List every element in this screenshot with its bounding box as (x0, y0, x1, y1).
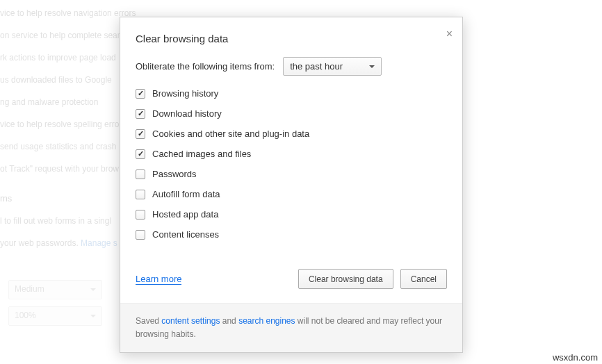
dialog-header: Clear browsing data × (120, 17, 462, 57)
checkbox-icon[interactable] (136, 230, 145, 240)
cancel-button[interactable]: Cancel (400, 269, 447, 289)
search-engines-link[interactable]: search engines (238, 316, 295, 326)
checkbox-icon[interactable] (136, 210, 145, 220)
action-buttons: Clear browsing data Cancel (298, 269, 447, 289)
content-settings-link[interactable]: content settings (161, 316, 220, 326)
item-cookies[interactable]: Cookies and other site and plug-in data (136, 129, 447, 139)
checkbox-label: Browsing history (152, 88, 218, 99)
checkbox-icon[interactable] (136, 89, 145, 99)
item-autofill[interactable]: Autofill form data (136, 189, 447, 199)
dialog-footer: Saved content settings and search engine… (120, 303, 462, 352)
checkbox-icon[interactable] (136, 129, 145, 139)
checkbox-label: Passwords (152, 169, 197, 179)
dialog-title: Clear browsing data (136, 33, 447, 44)
checkbox-label: Hosted app data (152, 209, 218, 220)
watermark: wsxdn.com (553, 352, 598, 363)
checkbox-label: Download history (152, 108, 222, 119)
checkbox-label: Cookies and other site and plug-in data (152, 129, 309, 139)
checkbox-label: Autofill form data (152, 189, 220, 199)
close-icon[interactable]: × (446, 28, 453, 40)
item-passwords[interactable]: Passwords (136, 169, 447, 179)
item-download-history[interactable]: Download history (136, 108, 447, 119)
time-range-value: the past hour (290, 61, 343, 72)
time-range-row: Obliterate the following items from: the… (136, 57, 447, 76)
clear-browsing-data-button[interactable]: Clear browsing data (298, 269, 393, 289)
checkbox-icon[interactable] (136, 190, 145, 199)
checkbox-label: Cached images and files (152, 149, 251, 159)
checkbox-label: Content licenses (152, 229, 219, 240)
clear-browsing-data-dialog: Clear browsing data × Obliterate the fol… (120, 17, 463, 353)
checkbox-icon[interactable] (136, 109, 145, 119)
item-hosted-app[interactable]: Hosted app data (136, 209, 447, 220)
learn-more-link[interactable]: Learn more (136, 274, 181, 285)
item-browsing-history[interactable]: Browsing history (136, 88, 447, 99)
checkbox-icon[interactable] (136, 169, 145, 179)
item-cached[interactable]: Cached images and files (136, 149, 447, 159)
clear-items-list: Browsing history Download history Cookie… (136, 88, 447, 240)
dialog-body: Obliterate the following items from: the… (120, 57, 462, 263)
time-range-select[interactable]: the past hour (283, 57, 382, 76)
item-content-licenses[interactable]: Content licenses (136, 229, 447, 240)
checkbox-icon[interactable] (136, 149, 145, 159)
dialog-actions: Learn more Clear browsing data Cancel (120, 263, 462, 303)
obliterate-label: Obliterate the following items from: (136, 61, 275, 72)
